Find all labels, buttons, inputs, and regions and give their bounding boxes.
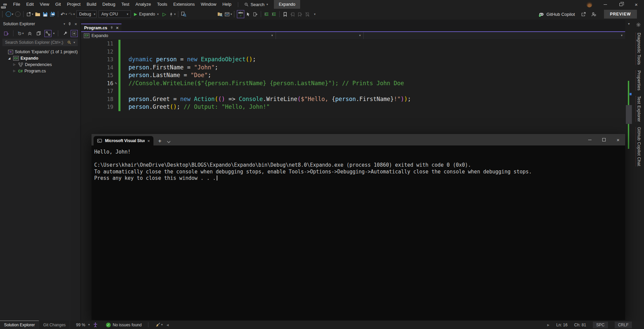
menu-project[interactable]: Project xyxy=(64,0,83,9)
switch-views-button[interactable] xyxy=(2,29,10,37)
panel-tab-git-changes[interactable]: Git Changes xyxy=(39,321,70,329)
navigate-backward-button[interactable]: ←▾ xyxy=(5,10,14,18)
accessibility-icon[interactable] xyxy=(93,322,98,327)
code-line-15[interactable]: 15person.LastName = "Doe"; xyxy=(81,71,625,79)
breadcrumb-type-dropdown[interactable]: ▾ xyxy=(276,32,364,39)
terminal-close-button[interactable]: × xyxy=(611,134,625,145)
tab-program-cs[interactable]: Program.cs × xyxy=(81,24,121,31)
document-list-chevron-icon[interactable]: ▾ xyxy=(625,20,633,26)
toolbar-drag-grip[interactable] xyxy=(234,11,236,17)
menu-view[interactable]: View xyxy=(37,0,52,9)
chevron-down-icon[interactable]: ▾ xyxy=(88,323,90,326)
menu-extensions[interactable]: Extensions xyxy=(170,0,198,9)
menu-edit[interactable]: Edit xyxy=(23,0,37,9)
save-all-button[interactable] xyxy=(49,10,56,18)
line-ending-indicator[interactable]: CRLF xyxy=(615,322,632,328)
solution-platform-dropdown[interactable]: Any CPU▾ xyxy=(99,10,131,18)
toggle-bookmark-button[interactable] xyxy=(281,10,289,18)
new-project-button[interactable]: ▾ xyxy=(25,10,34,18)
open-folder-button[interactable] xyxy=(34,10,41,18)
sync-with-active-document-toggle[interactable] xyxy=(44,30,51,37)
indent-mode-indicator[interactable]: SPC xyxy=(593,322,608,328)
toolbar-overflow-button[interactable]: ▾ xyxy=(311,10,318,18)
tree-item-expando[interactable]: ◢C#Expando xyxy=(0,55,80,61)
menu-test[interactable]: Test xyxy=(118,0,133,9)
github-copilot-button[interactable]: GitHub Copilot xyxy=(538,10,577,18)
code-cleanup-button[interactable]: ▾ xyxy=(155,321,164,329)
start-without-debugging-button[interactable]: ▷ xyxy=(160,10,168,18)
code-line-18[interactable]: 18person.Greet = new Action(() => Consol… xyxy=(81,95,625,103)
tree-item-dependencies[interactable]: ▷Dependencies xyxy=(0,61,80,68)
interactive-window-button[interactable] xyxy=(252,10,259,18)
start-debugging-button[interactable]: ▶ Expando ▾ xyxy=(132,10,160,18)
right-tab-diagnostic-tools[interactable]: Diagnostic Tools xyxy=(636,33,641,65)
search-folder-button[interactable] xyxy=(216,10,224,18)
restore-window-button[interactable] xyxy=(613,0,629,9)
terminal-tab[interactable]: Microsoft Visual Studio Debu × xyxy=(94,136,153,145)
document-health-indicator[interactable]: ✓ No issues found xyxy=(106,323,142,327)
right-tab-properties[interactable]: Properties xyxy=(636,70,641,91)
code-line-17[interactable]: 17 xyxy=(81,87,625,95)
properties-button[interactable] xyxy=(62,29,69,37)
scrollbar-thumb[interactable] xyxy=(626,105,632,124)
code-area[interactable]: 111213dynamic person = new ExpandoObject… xyxy=(81,39,625,111)
notifications-gear-button[interactable] xyxy=(636,22,641,27)
navigate-to-button[interactable] xyxy=(244,10,252,18)
expander-collapsed-icon[interactable]: ▷ xyxy=(12,63,16,66)
code-line-16[interactable]: 16✎//Console.WriteLine($"{person.FirstNa… xyxy=(81,79,625,88)
tree-item-program-cs[interactable]: ▷C#Program.cs xyxy=(0,68,80,74)
menu-analyze[interactable]: Analyze xyxy=(132,0,154,9)
chevron-down-icon[interactable]: ▾ xyxy=(53,32,55,35)
window-layout-button[interactable]: ▾ xyxy=(224,10,233,18)
solution-configuration-dropdown[interactable]: Debug▾ xyxy=(76,10,97,18)
hot-reload-button[interactable]: ▾ xyxy=(168,10,176,18)
new-terminal-tab-button[interactable]: + xyxy=(158,138,162,144)
find-in-files-button[interactable] xyxy=(180,10,187,18)
solution-name-badge[interactable]: Expando xyxy=(274,0,300,9)
editor-vertical-scrollbar[interactable]: ▾ xyxy=(625,20,633,321)
menu-tools[interactable]: Tools xyxy=(154,0,170,9)
send-feedback-button[interactable] xyxy=(590,10,597,18)
increase-indent-button[interactable] xyxy=(270,10,278,18)
right-tab-github-copilot-chat[interactable]: GitHub Copilot Chat xyxy=(636,127,641,166)
code-line-13[interactable]: 13dynamic person = new ExpandoObject(); xyxy=(81,56,625,64)
share-button[interactable] xyxy=(580,10,587,18)
pin-icon[interactable] xyxy=(68,22,72,26)
hscroll-right-arrow[interactable]: ▶ xyxy=(547,323,549,327)
code-line-11[interactable]: 11 xyxy=(81,40,625,48)
expander-collapsed-icon[interactable]: ▷ xyxy=(12,69,16,72)
menu-file[interactable]: File xyxy=(10,0,23,9)
pin-icon[interactable] xyxy=(110,26,113,30)
previous-bookmark-button[interactable] xyxy=(289,10,296,18)
undo-button[interactable]: ↶▾ xyxy=(60,10,68,18)
show-all-files-toggle[interactable] xyxy=(71,30,78,37)
line-indicator[interactable]: Ln: 16 xyxy=(556,323,567,327)
column-indicator[interactable]: Ch: 81 xyxy=(574,323,586,327)
panel-tab-solution-explorer[interactable]: Solution Explorer xyxy=(0,321,39,329)
menu-git[interactable]: Git xyxy=(52,0,64,9)
breadcrumb-project-dropdown[interactable]: C# Expando ▾ xyxy=(81,32,276,39)
decrease-indent-button[interactable] xyxy=(263,10,270,18)
window-position-chevron-icon[interactable]: ▾ xyxy=(64,23,65,26)
next-bookmark-button[interactable] xyxy=(296,10,303,18)
expander-expanded-icon[interactable]: ◢ xyxy=(7,57,11,60)
close-panel-icon[interactable]: × xyxy=(74,22,77,26)
clear-bookmarks-button[interactable] xyxy=(303,10,311,18)
breadcrumb-member-dropdown[interactable]: ▾ xyxy=(364,32,625,39)
terminal-output[interactable]: Hello, John! C:\Users\khair\OneDrive\Des… xyxy=(92,145,625,185)
terminal-minimize-button[interactable] xyxy=(583,134,597,145)
menu-help[interactable]: Help xyxy=(219,0,235,9)
collapse-all-button[interactable] xyxy=(26,29,34,37)
close-tab-icon[interactable]: × xyxy=(116,26,119,30)
menu-debug[interactable]: Debug xyxy=(99,0,118,9)
minimize-window-button[interactable] xyxy=(598,0,613,9)
user-avatar[interactable] xyxy=(586,2,592,7)
menu-build[interactable]: Build xyxy=(83,0,99,9)
solution-explorer-search-input[interactable]: Search Solution Explorer (Ctrl+;) ▾ xyxy=(2,39,78,46)
code-line-19[interactable]: 19person.Greet(); // Output: "Hello, Joh… xyxy=(81,103,625,111)
menu-window[interactable]: Window xyxy=(198,0,219,9)
right-tab-test-explorer[interactable]: Test Explorer xyxy=(636,96,641,122)
redo-button[interactable]: ↷▾ xyxy=(68,10,75,18)
code-line-12[interactable]: 12 xyxy=(81,48,625,56)
terminal-title-bar[interactable]: Microsoft Visual Studio Debu × + × xyxy=(92,134,625,145)
